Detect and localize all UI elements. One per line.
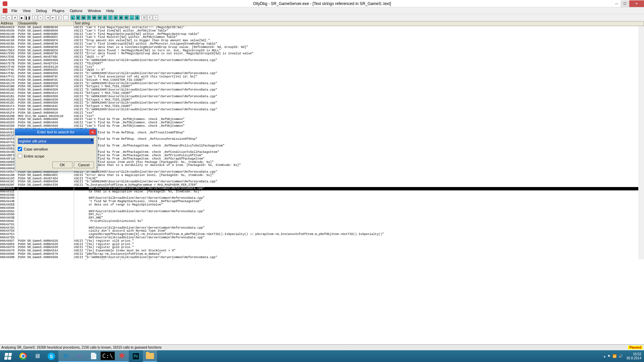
text-cell[interactable]: ASCII "D:\WORK2005\Source\SilkroadOnline… <box>74 108 644 112</box>
disasm-cell[interactable] <box>18 217 74 220</box>
text-cell[interactable]: ERY_ALL" <box>74 213 644 217</box>
disasm-cell[interactable] <box>18 187 74 190</box>
disasm-cell[interactable]: PUSH SR_GameS.00B0A338 <box>18 184 74 187</box>
case-sensitive-check[interactable]: Case sensitive <box>18 147 94 151</box>
menu-view[interactable]: View <box>20 9 34 13</box>
text-cell[interactable]: ASCII "can't find %s from RefShop. check… <box>74 138 644 141</box>
toolbar-options-icon[interactable]: ⠿ <box>147 15 152 20</box>
dialog-close-button[interactable]: ✕ <box>89 129 96 135</box>
toolbar-letter-/[interactable]: / <box>108 15 113 20</box>
toolbar-letter-m[interactable]: M <box>81 15 86 20</box>
taskbar-chrome[interactable] <box>16 350 30 362</box>
disasm-cell[interactable] <box>18 190 74 194</box>
text-cell[interactable]: ASCII "(%s) register gold price." <box>74 243 644 246</box>
text-cell[interactable]: ASCII "can't find %s from _RefPackageIte… <box>74 144 644 148</box>
toolbar-rewind-icon[interactable]: « <box>7 15 12 20</box>
text-cell[interactable]: ASCII "can't find associated ref obj wit… <box>74 75 644 79</box>
toolbar-close-icon[interactable]: ✕ <box>12 15 17 20</box>
disasm-cell[interactable] <box>18 220 74 223</box>
disasm-cell[interactable] <box>18 210 74 214</box>
minimize-button[interactable]: — <box>612 0 621 7</box>
toolbar-traceover-icon[interactable]: ⇤ <box>51 15 56 20</box>
menu-file[interactable]: File <box>9 9 20 13</box>
text-cell[interactable]: ASCII "error data that is a magicoption … <box>74 174 644 177</box>
text-cell[interactable]: ASCII "D:\WORK2005\Source\SilkroadOnline… <box>74 102 644 105</box>
text-cell[interactable]: ASCII "D:\WORK2005\Source\SilkroadOnline… <box>74 82 644 85</box>
taskbar-vs[interactable]: ∞ <box>72 350 87 362</box>
menu-help[interactable]: Help <box>104 9 117 13</box>
disasm-cell[interactable] <box>18 197 74 200</box>
dialog-title[interactable]: Enter text to search for ✕ <box>15 129 97 135</box>
taskbar-teamviewer[interactable]: ⟲ <box>58 350 72 362</box>
text-cell[interactable]: ASCII "xxx" <box>74 112 644 115</box>
disasm-cell[interactable] <box>18 233 74 236</box>
taskbar-ollydbg[interactable]: ✱ <box>115 350 129 362</box>
toolbar-letter-w[interactable]: W <box>92 15 97 20</box>
text-cell[interactable]: ASCII "can't find %s from _RefObjCommon.… <box>74 125 644 128</box>
text-cell[interactable]: ASCII "(%s) register silk price." <box>74 240 644 243</box>
tray-flag-icon[interactable]: ⚑ <box>607 354 610 358</box>
toolbar-letter-h[interactable]: H <box>97 15 102 20</box>
disasm-cell[interactable] <box>18 213 74 217</box>
text-cell[interactable]: ta that is a magicoption value. [Package… <box>74 190 644 194</box>
taskbar-explorer[interactable] <box>143 350 157 362</box>
menu-plugins[interactable]: Plugins <box>50 9 67 13</box>
entire-scope-check[interactable]: Entire scope <box>18 154 94 158</box>
toolbar-letter-b[interactable]: B <box>119 15 123 20</box>
toolbar-letter-t[interactable]: T <box>87 15 91 20</box>
toolbar-goto-icon[interactable]: → <box>63 15 68 20</box>
cancel-button[interactable]: Cancel <box>74 162 94 168</box>
toolbar-letter-...[interactable]: ... <box>129 15 134 20</box>
toolbar-open-icon[interactable]: ↼ <box>1 15 6 20</box>
taskbar-cmd[interactable]: C:\ <box>101 350 115 362</box>
close-button[interactable]: ✕ <box>629 0 644 7</box>
entire-scope-checkbox[interactable] <box>18 154 22 158</box>
toolbar-letter-r[interactable]: R <box>124 15 129 20</box>
tray-network-icon[interactable]: 📶 <box>612 354 616 358</box>
menu-window[interactable]: Window <box>85 9 104 13</box>
toolbar-letter-s[interactable]: S <box>135 15 140 20</box>
disasm-cell[interactable] <box>18 230 74 233</box>
menu-debug[interactable]: Debug <box>33 9 49 13</box>
text-cell[interactable]: ASCII "can't find %s from RefShop. check… <box>74 131 644 135</box>
tray-volume-icon[interactable]: 🔊 <box>619 354 623 358</box>
text-cell[interactable]: ASCII "Error data found ! RefMagicOptGro… <box>74 52 644 56</box>
toolbar-traceinto-icon[interactable]: ⇥ <box>45 15 50 20</box>
disasm-cell[interactable] <box>18 194 74 197</box>
toolbar-stepinto-icon[interactable]: ⤵ <box>32 15 37 20</box>
text-cell[interactable]: ASCII "D:\WORK2005\Source\SilkroadOnline… <box>74 88 644 92</box>
ok-button[interactable]: OK <box>52 162 72 168</box>
maximize-button[interactable]: ☐ <box>621 0 629 7</box>
toolbar-tillret-icon[interactable]: ↧ <box>56 15 61 20</box>
header-text-string[interactable]: Text string <box>74 21 644 26</box>
toolbar-play-icon[interactable]: ▶ <box>19 15 24 20</box>
toolbar-letter-k[interactable]: K <box>113 15 118 20</box>
tray-up-icon[interactable]: ▴ <box>604 354 605 358</box>
case-sensitive-checkbox[interactable] <box>18 147 22 151</box>
toolbar-pause-icon[interactable]: ❚❚ <box>25 15 30 20</box>
taskbar-app1[interactable]: 🖥 <box>30 350 44 362</box>
start-button[interactable] <box>0 350 16 362</box>
text-cell[interactable]: ASCII "error data that is a durability o… <box>74 164 644 167</box>
text-cell[interactable]: ERY_ONE" <box>74 217 644 220</box>
taskbar-photoshop[interactable]: Ps <box>129 350 143 362</box>
header-disassembly[interactable]: Disassembly <box>18 21 74 26</box>
header-address[interactable]: Address <box>0 21 18 26</box>
text-cell[interactable]: 005\Source\SilkroadOnline\Server\ServerC… <box>74 236 644 240</box>
toolbar-letter-e[interactable]: E <box>76 15 80 20</box>
disasm-cell[interactable] <box>18 227 74 230</box>
toolbar-letter-l[interactable]: L <box>70 15 75 20</box>
disasm-cell[interactable] <box>18 207 74 210</box>
text-cell[interactable]: ASCII "D:\WORK2005\Source\SilkroadOnline… <box>74 59 644 62</box>
search-input[interactable] <box>18 138 94 144</box>
text-cell[interactable]: PricePolicyConditionLevel %s" <box>74 220 644 223</box>
disasm-cell[interactable] <box>18 203 74 207</box>
text-cell[interactable]: ASCII "xxx" <box>74 66 644 69</box>
disasm-cell[interactable] <box>18 200 74 203</box>
text-cell[interactable]: 005\Source\SilkroadOnline\Server\ServerC… <box>74 210 644 214</box>
toolbar-letter-c[interactable]: C <box>103 15 107 20</box>
vertical-scrollbar[interactable] <box>638 26 644 259</box>
toolbar-help-icon[interactable]: ? <box>153 15 158 20</box>
toolbar-stepover-icon[interactable]: ⤷ <box>38 15 43 20</box>
taskbar-skype[interactable]: S <box>44 350 58 362</box>
